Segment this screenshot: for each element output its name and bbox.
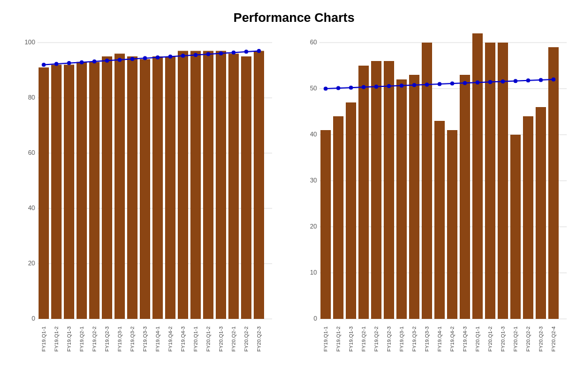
- svg-point-81: [463, 81, 467, 85]
- x-label: FY19.Q3-3: [139, 323, 151, 355]
- chart2-wrapper: 6050403020100 FY19.Q1-1FY19.Q1-2FY19.Q1-…: [303, 37, 567, 355]
- svg-rect-51: [333, 116, 343, 319]
- x-label: FY19.Q3-3: [421, 323, 433, 355]
- svg-rect-61: [460, 75, 470, 319]
- svg-rect-13: [127, 56, 138, 319]
- x-label: FY20.Q1-1: [471, 323, 484, 355]
- x-label: FY20.Q1-2: [484, 323, 497, 355]
- svg-point-70: [324, 87, 328, 91]
- x-label: FY19.Q2-3: [101, 323, 113, 355]
- svg-rect-59: [434, 121, 445, 319]
- svg-point-74: [375, 85, 379, 89]
- svg-point-85: [514, 79, 518, 83]
- svg-rect-55: [384, 61, 394, 319]
- svg-point-39: [219, 51, 223, 55]
- x-label: FY20.Q2-3: [534, 323, 547, 355]
- svg-rect-9: [77, 62, 87, 319]
- x-label: FY19.Q2-3: [383, 323, 395, 355]
- svg-point-78: [425, 82, 429, 86]
- x-label: FY19.Q3-1: [395, 323, 408, 355]
- x-label: FY20.Q2-2: [522, 323, 534, 355]
- svg-point-41: [245, 50, 249, 54]
- svg-point-32: [131, 57, 135, 61]
- svg-point-26: [55, 62, 59, 66]
- svg-point-84: [501, 79, 505, 83]
- svg-point-29: [93, 59, 97, 63]
- x-label: FY19.Q3-2: [126, 323, 139, 355]
- x-label: FY19.Q4-3: [177, 323, 189, 355]
- x-label: FY19.Q2-1: [75, 323, 88, 355]
- svg-point-37: [194, 53, 198, 57]
- x-label: FY19.Q4-2: [446, 323, 459, 355]
- x-label: FY19.Q3-1: [113, 323, 126, 355]
- svg-point-76: [400, 83, 404, 87]
- svg-point-36: [181, 54, 185, 58]
- svg-point-73: [362, 85, 366, 89]
- svg-rect-8: [64, 64, 74, 319]
- svg-rect-66: [523, 116, 533, 319]
- svg-point-34: [156, 55, 160, 59]
- svg-rect-67: [536, 107, 546, 319]
- x-label: FY19.Q2-2: [88, 323, 101, 355]
- svg-rect-22: [241, 56, 251, 319]
- svg-point-77: [413, 83, 417, 87]
- svg-point-35: [169, 55, 173, 59]
- svg-rect-16: [165, 56, 175, 319]
- svg-rect-60: [447, 130, 457, 319]
- svg-rect-57: [409, 75, 419, 319]
- x-label: FY19.Q4-1: [433, 323, 446, 355]
- svg-rect-10: [89, 62, 100, 319]
- svg-rect-63: [485, 43, 495, 319]
- x-label: FY20.Q2-3: [253, 323, 265, 355]
- x-label: FY20.Q2-1: [509, 323, 522, 355]
- svg-point-25: [42, 63, 46, 67]
- x-label: FY19.Q2-1: [357, 323, 370, 355]
- chart1-y-axis: 100806040200: [21, 37, 37, 345]
- svg-point-27: [67, 61, 71, 65]
- x-label: FY20.Q2-2: [240, 323, 253, 355]
- x-label: FY19.Q4-2: [164, 323, 177, 355]
- svg-rect-50: [320, 130, 331, 319]
- svg-point-86: [526, 78, 530, 82]
- svg-rect-12: [114, 54, 125, 319]
- chart2-bars: [319, 37, 567, 322]
- charts-container: 100806040200 FY19.Q1-1FY19.Q1-2FY19.Q1-3…: [0, 31, 588, 355]
- svg-rect-56: [396, 79, 407, 319]
- x-label: FY20.Q2-1: [227, 323, 240, 355]
- svg-point-79: [438, 82, 442, 86]
- x-label: FY20.Q1-3: [497, 323, 509, 355]
- x-label: FY19.Q4-1: [151, 323, 164, 355]
- svg-point-40: [232, 51, 236, 55]
- page-title: Performance Charts: [0, 0, 588, 31]
- chart2-x-axis: FY19.Q1-1FY19.Q1-2FY19.Q1-3FY19.Q2-1FY19…: [319, 323, 567, 355]
- svg-rect-15: [152, 56, 163, 319]
- svg-point-42: [257, 49, 261, 53]
- x-label: FY19.Q4-3: [459, 323, 471, 355]
- svg-point-82: [476, 81, 480, 85]
- x-label: FY19.Q1-2: [332, 323, 345, 355]
- x-label: FY19.Q1-3: [345, 323, 357, 355]
- svg-rect-6: [39, 67, 49, 319]
- x-label: FY20.Q1-1: [189, 323, 202, 355]
- chart2-y-axis: 6050403020100: [303, 37, 319, 345]
- svg-rect-23: [254, 51, 264, 319]
- svg-point-38: [207, 52, 211, 56]
- x-label: FY19.Q2-2: [370, 323, 383, 355]
- svg-point-80: [450, 82, 455, 86]
- svg-rect-65: [510, 135, 521, 319]
- svg-point-83: [488, 80, 492, 84]
- x-label: FY19.Q1-1: [319, 323, 332, 355]
- svg-point-87: [539, 78, 543, 82]
- x-label: FY19.Q3-2: [408, 323, 421, 355]
- svg-rect-17: [178, 51, 188, 319]
- svg-point-30: [105, 59, 109, 63]
- x-label: FY20.Q1-2: [202, 323, 215, 355]
- svg-rect-7: [51, 64, 62, 319]
- svg-rect-21: [228, 54, 239, 319]
- svg-rect-64: [498, 43, 508, 319]
- chart1-bars: [37, 37, 272, 322]
- svg-point-88: [552, 78, 556, 82]
- svg-point-33: [143, 56, 147, 60]
- chart1-area: FY19.Q1-1FY19.Q1-2FY19.Q1-3FY19.Q2-1FY19…: [37, 37, 272, 355]
- x-label: FY19.Q1-2: [50, 323, 63, 355]
